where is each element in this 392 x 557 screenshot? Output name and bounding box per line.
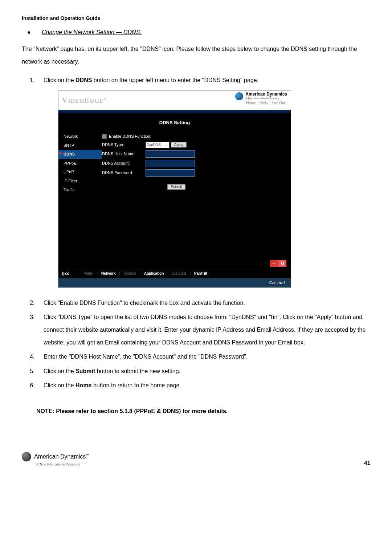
page-title: DDNS Setting: [58, 113, 291, 130]
sidebar: Network SNTP DDNS PPPoE UPnP IP Filter T…: [58, 130, 102, 268]
header-separator: [58, 110, 291, 113]
ddns-password-input[interactable]: [146, 169, 195, 177]
step-6: Click on the Home button to return to th…: [36, 379, 370, 392]
logout-link[interactable]: Log Out: [272, 101, 285, 105]
note: NOTE: Please refer to section 5.1.8 (PPP…: [36, 407, 370, 416]
step-5: Click on the Submit button to submit the…: [36, 365, 370, 378]
ddns-password-label: DDNS Password:: [102, 170, 146, 176]
apply-button[interactable]: Apply: [171, 142, 187, 148]
tab-pantilt[interactable]: Pan/Tilt: [194, 271, 207, 276]
globe-icon: [235, 92, 243, 100]
submit-button[interactable]: Submit: [167, 184, 185, 190]
section-heading: Change the Network Setting — DDNS.: [42, 28, 370, 37]
ddns-account-label: DDNS Account:: [102, 160, 146, 166]
globe-icon: [22, 452, 31, 461]
videoedge-logo: VIDEOEDGE®: [62, 95, 107, 106]
tab-application[interactable]: Application: [144, 271, 164, 276]
ddns-type-select[interactable]: DynDNS ⌄: [146, 142, 170, 148]
footer-sub: A Tyco International Company: [36, 462, 89, 467]
steps-list-continued: Click "Enable DDNS Function" to checkmar…: [22, 296, 370, 392]
sidebar-item-network[interactable]: Network: [58, 132, 102, 141]
steps-list: Click on the DDNS button on the upper le…: [22, 74, 370, 86]
tab-video[interactable]: Video: [84, 271, 93, 276]
refresh-icon[interactable]: U: [278, 260, 286, 267]
step-4: Enter the "DDNS Host Name", the "DDNS Ac…: [36, 350, 370, 363]
tab-network[interactable]: Network: [101, 271, 115, 276]
sidebar-item-sntp[interactable]: SNTP: [58, 141, 102, 150]
app-header: VIDEOEDGE® American Dynamics A Tyco Inte…: [58, 91, 291, 110]
step-1: Click on the DDNS button on the upper le…: [36, 74, 370, 86]
step-2: Click "Enable DDNS Function" to checkmar…: [36, 296, 370, 309]
camera-label: Camera1: [58, 278, 291, 287]
nav-widget: ← U: [270, 260, 286, 267]
brand-name: American Dynamics: [245, 92, 287, 96]
tyco-logo: tyco: [62, 270, 69, 277]
guide-title: Installation and Operation Guide: [22, 15, 370, 22]
sidebar-item-ddns[interactable]: DDNS: [58, 150, 102, 159]
enable-ddns-label: Enable DDNS Function:: [109, 133, 151, 140]
help-link[interactable]: Help: [260, 101, 268, 105]
chevron-down-icon: ⌄: [166, 143, 168, 147]
sidebar-item-ipfilter[interactable]: IP Filter: [58, 177, 102, 186]
page-footer: American Dynamics™ A Tyco International …: [22, 452, 370, 467]
intro-paragraph: The "Network" page has, on its upper lef…: [22, 43, 370, 68]
ddns-host-input[interactable]: [146, 150, 195, 158]
step-3: Click "DDNS Type" to open the list of tw…: [36, 311, 370, 349]
embedded-screenshot: VIDEOEDGE® American Dynamics A Tyco Inte…: [58, 90, 291, 288]
sidebar-item-upnp[interactable]: UPnP: [58, 167, 102, 177]
ddns-form: Enable DDNS Function: DDNS Type: DynDNS …: [102, 130, 291, 268]
footer-logo: American Dynamics™: [22, 452, 89, 461]
ddns-account-input[interactable]: [146, 160, 195, 167]
ddns-type-label: DDNS Type:: [102, 142, 146, 148]
ddns-host-label: DDNS Host Name:: [102, 151, 146, 157]
app-footer: tyco Video| Network| System| Application…: [58, 268, 291, 278]
tab-system[interactable]: System: [124, 271, 136, 276]
sidebar-item-pppoe[interactable]: PPPoE: [58, 159, 102, 168]
page-number: 41: [364, 459, 370, 467]
enable-ddns-checkbox[interactable]: [102, 134, 107, 139]
header-links: Home | Help | Log Out: [245, 101, 287, 105]
tab-sdcard[interactable]: SD Card: [172, 271, 186, 276]
brand-sub: A Tyco International Company: [245, 96, 287, 100]
sidebar-item-traffic[interactable]: Traffic: [58, 185, 102, 194]
footer-tabs: Video| Network| System| Application| SD …: [84, 271, 207, 276]
back-arrow-icon[interactable]: ←: [270, 260, 278, 267]
home-link[interactable]: Home: [246, 101, 256, 105]
